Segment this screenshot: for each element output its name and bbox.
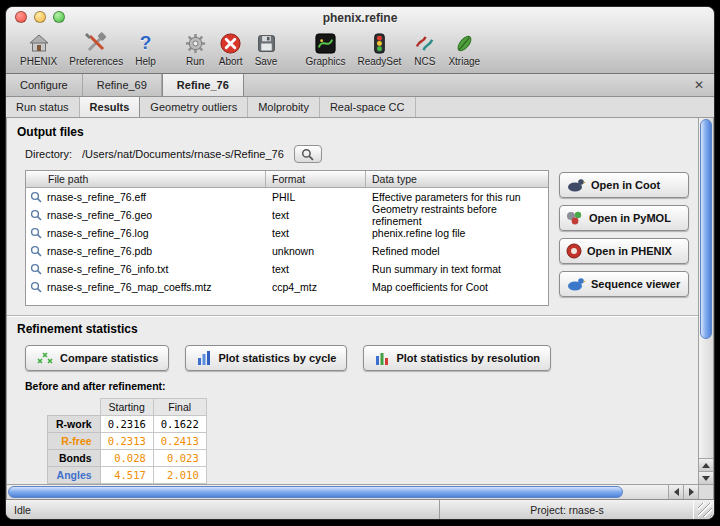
section-divider: [7, 315, 698, 317]
stats-row-angles: Angles 4.517 2.010: [48, 467, 207, 484]
scroll-down-arrow[interactable]: [699, 471, 713, 484]
project-label: Project: rnase-s: [530, 504, 604, 516]
window-title: phenix.refine: [323, 11, 398, 25]
file-format: PHIL: [266, 191, 366, 203]
horizontal-scrollbar[interactable]: [7, 484, 713, 499]
toolbar-label: Help: [135, 56, 156, 67]
titlebar[interactable]: phenix.refine: [6, 7, 714, 28]
toolbar-label: Preferences: [69, 56, 123, 67]
directory-label: Directory:: [25, 148, 72, 160]
open-in-pymol-button[interactable]: Open in PyMOL: [559, 205, 689, 231]
plot-statistics-by-resolution-button[interactable]: Plot statistics by resolution: [363, 345, 551, 371]
stat-value: 0.2316: [100, 416, 153, 433]
button-label: Sequence viewer: [591, 278, 680, 290]
file-path: rnase-s_refine_76.eff: [47, 191, 146, 203]
stats-header-row: Starting Final: [48, 399, 207, 416]
stat-value: 0.028: [100, 450, 153, 467]
tab-run-status[interactable]: Run status: [6, 97, 80, 117]
resize-grip[interactable]: [698, 503, 712, 517]
files-table-header: File path Format Data type: [26, 171, 548, 188]
output-files-heading: Output files: [17, 125, 690, 139]
refinement-stats-table: Starting Final R-work 0.2316 0.1622 R-fr…: [47, 398, 207, 484]
scroll-up-arrow[interactable]: [699, 458, 713, 471]
toolbar-label: Abort: [219, 56, 243, 67]
ncs-icon: [413, 30, 436, 56]
toolbar-button-abort[interactable]: Abort: [213, 29, 249, 68]
file-row[interactable]: rnase-s_refine_76.geo text Geometry rest…: [26, 206, 548, 224]
tab-results[interactable]: Results: [80, 97, 141, 117]
tab-molprobity[interactable]: Molprobity: [248, 97, 320, 117]
file-format: ccp4_mtz: [266, 281, 366, 293]
toolbar-button-phenix[interactable]: PHENIX: [14, 29, 63, 68]
toolbar-button-run[interactable]: Run: [178, 29, 213, 68]
toolbar-button-preferences[interactable]: Preferences: [63, 29, 129, 68]
directory-row: Directory: /Users/nat/Documents/rnase-s/…: [25, 145, 690, 163]
zoom-window-button[interactable]: [53, 11, 65, 23]
sequence-viewer-button[interactable]: Sequence viewer: [559, 271, 689, 297]
close-window-button[interactable]: [15, 11, 27, 23]
minimize-window-button[interactable]: [34, 11, 46, 23]
file-row[interactable]: rnase-s_refine_76.log text phenix.refine…: [26, 224, 548, 242]
stat-label: Bonds: [48, 450, 101, 467]
stat-value: 2.010: [153, 467, 206, 484]
toolbar-label: Xtriage: [448, 56, 480, 67]
vertical-scrollbar[interactable]: [698, 118, 713, 484]
app-window: phenix.refine PHENIX Preferences ? Help: [6, 7, 714, 519]
browse-directory-button[interactable]: [294, 145, 322, 163]
magnifier-icon: [30, 191, 42, 203]
stat-value: 0.2413: [153, 433, 206, 450]
file-row[interactable]: rnase-s_refine_76.pdb unknown Refined mo…: [26, 242, 548, 260]
file-row[interactable]: rnase-s_refine_76_map_coeffs.mtz ccp4_mt…: [26, 278, 548, 296]
save-floppy-icon: [256, 30, 277, 56]
magnifier-icon: [30, 209, 42, 221]
pymol-icon: [566, 210, 584, 226]
column-header-file-path[interactable]: File path: [26, 171, 266, 187]
results-tabbar: Run status Results Geometry outliers Mol…: [6, 97, 714, 118]
tab-refine-76[interactable]: Refine_76: [162, 74, 244, 96]
file-data-type: Geometry restraints before refinement: [366, 203, 548, 227]
toolbar-button-help[interactable]: ? Help: [129, 29, 162, 68]
open-in-coot-button[interactable]: Open in Coot: [559, 172, 689, 198]
toolbar-button-graphics[interactable]: Graphics: [299, 29, 351, 68]
stats-row-r-free: R-free 0.2313 0.2413: [48, 433, 207, 450]
scroll-right-arrow[interactable]: [683, 485, 698, 499]
horizontal-scrollbar-thumb[interactable]: [8, 486, 623, 498]
open-in-phenix-button[interactable]: Open in PHENIX: [559, 238, 689, 264]
toolbar-label: Save: [255, 56, 278, 67]
button-label: Open in PHENIX: [587, 245, 672, 257]
file-format: text: [266, 209, 366, 221]
scroll-left-arrow[interactable]: [668, 485, 683, 499]
vertical-scrollbar-thumb[interactable]: [700, 119, 712, 339]
file-path: rnase-s_refine_76_map_coeffs.mtz: [47, 281, 211, 293]
button-label: Open in Coot: [591, 179, 660, 191]
file-path: rnase-s_refine_76_info.txt: [47, 263, 168, 275]
stats-col-starting: Starting: [100, 399, 153, 416]
file-path: rnase-s_refine_76.geo: [47, 209, 152, 221]
coot-bird-icon: [566, 177, 586, 193]
tab-real-space-cc[interactable]: Real-space CC: [320, 97, 416, 117]
phenix-home-icon: [27, 30, 51, 56]
results-page: Output files Directory: /Users/nat/Docum…: [6, 118, 714, 499]
file-format: text: [266, 263, 366, 275]
file-row[interactable]: rnase-s_refine_76_info.txt text Run summ…: [26, 260, 548, 278]
output-files-table[interactable]: File path Format Data type rnase-s_refin…: [25, 170, 549, 306]
before-after-label: Before and after refinement:: [25, 380, 690, 392]
stat-value: 0.023: [153, 450, 206, 467]
tab-refine-69[interactable]: Refine_69: [83, 74, 162, 96]
toolbar-button-xtriage[interactable]: Xtriage: [442, 29, 486, 68]
graphics-icon: [314, 30, 337, 56]
close-tab-icon[interactable]: ✕: [684, 74, 714, 96]
stats-col-final: Final: [153, 399, 206, 416]
toolbar-button-readyset[interactable]: ReadySet: [351, 29, 407, 68]
toolbar-button-ncs[interactable]: NCS: [407, 29, 442, 68]
tab-configure[interactable]: Configure: [6, 74, 83, 96]
run-gear-icon: [184, 30, 207, 56]
plot-statistics-by-cycle-button[interactable]: Plot statistics by cycle: [185, 345, 347, 371]
column-header-format[interactable]: Format: [266, 171, 366, 187]
column-header-data-type[interactable]: Data type: [366, 171, 548, 187]
toolbar-button-save[interactable]: Save: [249, 29, 284, 68]
horizontal-scrollbar-track[interactable]: [7, 485, 668, 499]
compare-statistics-button[interactable]: Compare statistics: [25, 345, 169, 371]
tab-geometry-outliers[interactable]: Geometry outliers: [140, 97, 248, 117]
file-format: text: [266, 227, 366, 239]
